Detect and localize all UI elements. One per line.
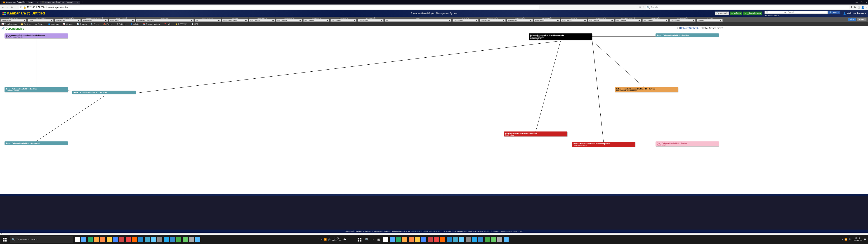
filter-select-iterations[interactable]: Not Filtered [303,19,329,22]
menu-documentation[interactable]: 📚 Documentation [143,23,160,25]
refresh-icon[interactable]: ↻ [467,17,469,19]
lock-warning-icon[interactable]: 🔒 [23,6,26,8]
taskbar-app-icon[interactable] [478,237,483,242]
taskbar-app-icon[interactable] [145,237,150,242]
taskbar-app-icon[interactable] [132,237,137,242]
refresh-icon[interactable]: ↻ [576,17,577,19]
taskbar-app-icon[interactable] [164,237,168,242]
tray-wifi-icon[interactable]: 📶 [324,238,327,241]
taskbar-search[interactable]: 🔍 Type here to search [10,236,73,243]
tray-volume-icon[interactable]: 🔊 [328,238,331,241]
taskbar-app-icon[interactable] [126,237,131,242]
tray-clock[interactable]: 11:1017/10/2020 [852,237,862,242]
dependency-card[interactable]: Defect : RebeccaShalfield-3 : Developmen… [572,142,635,147]
refresh-icon[interactable]: ↻ [126,17,127,19]
filter-select-customers[interactable]: Not Filtered [670,19,695,22]
taskbar-app-icon[interactable] [428,237,433,242]
filter-button[interactable]: Filter [848,18,856,21]
taskbar-app-icon[interactable] [459,237,464,242]
menu-settings[interactable]: ⚙ Settings [116,23,126,25]
menu-rest-api[interactable]: ⚡ REST API [175,23,187,25]
taskbar-app-icon[interactable] [383,237,388,242]
back-button[interactable]: ← [1,5,5,9]
refresh-icon[interactable]: ↻ [604,17,606,19]
taskbar-app-icon[interactable] [75,237,80,242]
search-button[interactable]: 🔍 Search [828,11,840,14]
refresh-icon[interactable]: ↻ [550,17,552,19]
new-tab-button[interactable]: + [80,1,84,4]
close-icon[interactable]: × [37,1,38,3]
filter-select-tags[interactable]: Not Filtered [561,19,587,22]
tray-notifications-icon[interactable]: 💬 [343,238,346,241]
reader-icon[interactable]: ✉ [639,6,641,9]
taskbar-app-icon[interactable] [396,237,401,242]
close-icon[interactable]: × [77,1,78,3]
close-icon[interactable]: ✕ [865,1,867,4]
taskbar-app-icon[interactable] [453,237,458,242]
taskbar-app-icon[interactable] [421,237,426,242]
browser-tab-active[interactable]: 🔶 Kanbanara @ Untitled - Depe… × [1,1,39,4]
refresh-icon[interactable]: ↻ [686,17,688,19]
filter-select-team-member[interactable]: All [195,19,221,22]
refresh-icon[interactable]: ↻ [72,17,74,19]
search-scope-select[interactable]: All [765,11,787,14]
menu-ksf[interactable]: 📋 KSF [191,23,198,25]
account-icon[interactable]: 👤 [861,6,864,9]
filter-select-card[interactable]: All [385,19,452,22]
home-button[interactable]: ⌂ [14,5,19,9]
taskbar-app-icon[interactable] [170,237,175,242]
tray-volume-icon[interactable]: 🔊 [848,238,851,241]
star-icon[interactable]: ☆ [642,6,645,9]
refresh-icon[interactable]: ↻ [523,17,525,19]
taskbar-app-icon[interactable] [81,237,86,242]
taskbar-app-icon[interactable] [409,237,414,242]
filter-select-difficulties[interactable]: Not Filtered [507,19,533,22]
toggle-fullscreen-button[interactable]: Toggle Fullscreen [743,11,763,15]
minimize-icon[interactable]: — [856,1,858,4]
filter-select-project[interactable]: RebeccaShalfield [222,19,248,22]
filter-select-releases[interactable]: Not Filtered [276,19,302,22]
menu-export[interactable]: 📤 Export [103,23,112,25]
filter-select-card-types[interactable]: Not Filtered [109,19,135,22]
menu-icon[interactable]: ≡ [866,6,867,8]
menu-admin[interactable]: 👤 Admin [130,23,139,25]
refresh-icon[interactable]: ↻ [320,17,321,19]
taskbar-app-icon[interactable] [390,237,395,242]
taskbar-app-icon[interactable] [176,237,181,242]
dependency-card[interactable]: Defect : RebeccaShalfield-10 : AnalysisT… [529,33,592,40]
taskbar-app-icon[interactable] [447,237,452,242]
taskbar-app-icon[interactable] [107,237,112,242]
taskbar-app-icon[interactable] [183,237,188,242]
sidebar-icon[interactable]: ◫ [858,6,860,9]
dependencies-canvas[interactable]: 🔗 Dependencies 💬 RebeccaShalfield-15: He… [0,26,868,196]
tray-cloud-icon[interactable]: ☁ [841,238,843,241]
taskbar-app-icon[interactable] [472,237,477,242]
taskbar-app-icon[interactable] [151,237,156,242]
dependency-card[interactable]: Story : RebeccaShalfield-6 : BacklogThis… [4,87,68,92]
refresh-button[interactable]: ↻ Refresh [730,11,742,15]
filter-select-swim-lanes[interactable]: None [28,19,54,22]
filter-select-flight-levels[interactable]: Not Filtered [55,19,81,22]
reset-button[interactable]: Reset [857,18,867,21]
footer-link[interactable]: Sourceforge [411,230,421,232]
taskbar-app-icon[interactable] [100,237,105,242]
taskbar-app-icon[interactable] [189,237,194,242]
dependency-card[interactable]: Enhancement : RebeccaShalfield-17 : Defi… [615,87,678,92]
filter-select-severities[interactable]: Not Filtered [358,19,383,22]
filter-select-categories[interactable]: Not Filtered [480,19,506,22]
refresh-icon[interactable]: ↻ [102,17,103,19]
menu-visualisations[interactable]: 📊 Visualisations [1,23,17,25]
menu-cards[interactable]: 🗂 Cards [35,23,43,25]
downloads-icon[interactable]: ⬇ [850,6,852,9]
taskbar-app-icon[interactable] [440,237,445,242]
dependency-card[interactable]: Story : RebeccaShalfield-15 : Backlog [655,33,719,37]
taskbar-app-icon[interactable] [195,237,200,242]
filter-select-hashtags[interactable]: Not Filtered [588,19,614,22]
taskbar-app-icon[interactable] [434,237,439,242]
maximize-icon[interactable]: ☐ [861,1,863,4]
tray-chevron-icon[interactable]: ˄ [318,238,319,241]
refresh-icon[interactable]: ↻ [374,17,376,19]
welcome-user[interactable]: 👤 Welcome Rebecca [843,12,866,15]
dependency-card[interactable]: Bug : RebeccaShalfield-12 : Analysisthis… [504,131,567,136]
search-icon[interactable]: 🔍 [364,237,370,242]
